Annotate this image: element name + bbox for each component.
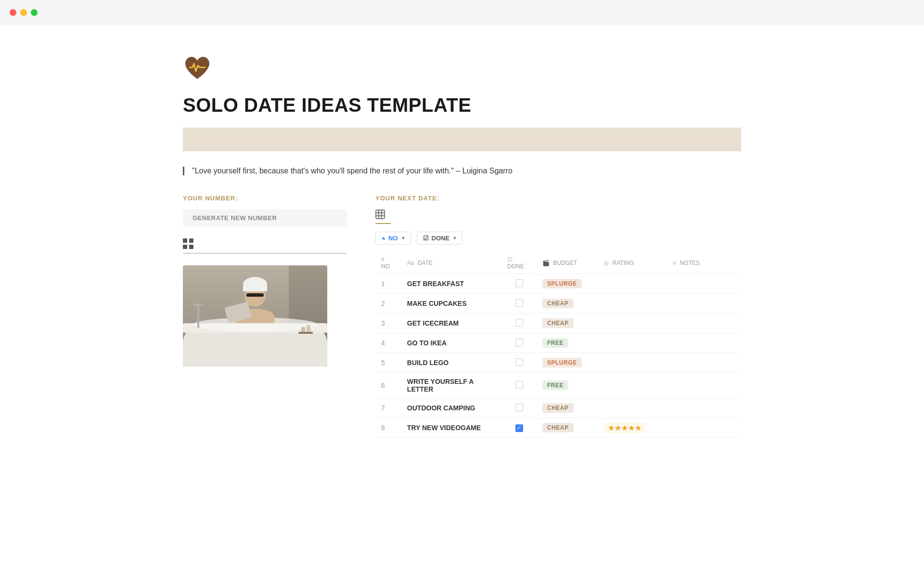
cell-date: TRY NEW VIDEOGAME [401, 418, 501, 438]
main-content: SOLO DATE IDEAS TEMPLATE "Love yourself … [125, 25, 799, 467]
cell-date: OUTDOOR CAMPING [401, 398, 501, 418]
cell-no: 7 [375, 398, 401, 418]
cell-no: 4 [375, 333, 401, 353]
sort-asc-icon [382, 237, 385, 239]
cell-no: 2 [375, 294, 401, 314]
titlebar [0, 0, 924, 25]
budget-badge: CHEAP [542, 318, 574, 328]
minimize-button[interactable] [20, 9, 27, 16]
cell-budget: FREE [537, 333, 598, 353]
cell-rating [598, 274, 667, 294]
cell-done[interactable] [501, 398, 537, 418]
cell-notes [667, 353, 741, 373]
cell-no: 3 [375, 314, 401, 333]
cell-notes [667, 373, 741, 398]
checkbox-icon: ☑ [423, 235, 429, 242]
table-row: 3 GET ICECREAM CHEAP [375, 314, 741, 333]
col-header-no: # NO [375, 252, 401, 274]
cell-budget: SPLURGE [537, 274, 598, 294]
table-view-toggle[interactable] [375, 210, 391, 224]
cell-no: 1 [375, 274, 401, 294]
cell-date: GET BREAKFAST [401, 274, 501, 294]
cell-done[interactable] [501, 314, 537, 333]
cell-notes [667, 418, 741, 438]
cell-done[interactable] [501, 294, 537, 314]
close-button[interactable] [10, 9, 16, 16]
photo-image [183, 265, 327, 367]
budget-badge: CHEAP [542, 299, 574, 308]
cell-budget: CHEAP [537, 314, 598, 333]
svg-rect-0 [376, 210, 385, 219]
budget-badge: SPLURGE [542, 358, 582, 368]
cell-rating [598, 333, 667, 353]
quote-text: "Love yourself first, because that's who… [192, 167, 513, 175]
date-ideas-table: # NO Aa DATE ☑ DONE 🎬 B [375, 252, 741, 438]
table-row: 6 WRITE YOURSELF A LETTER FREE [375, 373, 741, 398]
cell-notes [667, 398, 741, 418]
table-row: 2 MAKE CUPCAKES CHEAP [375, 294, 741, 314]
cell-rating [598, 353, 667, 373]
cell-done[interactable]: ✓ [501, 418, 537, 438]
banner [183, 128, 741, 151]
checkbox-unchecked[interactable] [515, 381, 523, 389]
checkbox-unchecked[interactable] [515, 339, 523, 346]
cell-budget: CHEAP [537, 294, 598, 314]
table-row: 5 BUILD LEGO SPLURGE [375, 353, 741, 373]
cell-rating [598, 314, 667, 333]
quote-section: "Love yourself first, because that's who… [183, 167, 741, 175]
page-icon [183, 54, 212, 83]
generate-number-button[interactable]: GENERATE NEW NUMBER [183, 210, 346, 226]
cell-done[interactable] [501, 333, 537, 353]
cell-rating [598, 373, 667, 398]
done-filter-button[interactable]: ☑ DONE ▾ [417, 232, 463, 245]
no-filter-label: NO [388, 235, 398, 242]
checkbox-unchecked[interactable] [515, 404, 523, 411]
grid-view-toggle[interactable] [183, 232, 346, 254]
cell-rating [598, 294, 667, 314]
table-row: 1 GET BREAKFAST SPLURGE [375, 274, 741, 294]
next-date-label: YOUR NEXT DATE: [375, 195, 741, 202]
cell-no: 8 [375, 418, 401, 438]
table-row: 7 OUTDOOR CAMPING CHEAP [375, 398, 741, 418]
left-column: YOUR NUMBER: GENERATE NEW NUMBER [183, 195, 346, 367]
cell-budget: CHEAP [537, 418, 598, 438]
cell-date: MAKE CUPCAKES [401, 294, 501, 314]
chevron-down-icon: ▾ [402, 235, 405, 241]
checkbox-unchecked[interactable] [515, 319, 523, 327]
checkbox-checked[interactable]: ✓ [515, 424, 523, 432]
col-header-budget: 🎬 BUDGET [537, 252, 598, 274]
number-label: YOUR NUMBER: [183, 195, 346, 202]
col-header-rating: ◎ RATING [598, 252, 667, 274]
cell-done[interactable] [501, 373, 537, 398]
chevron-down-icon-2: ▾ [453, 235, 456, 241]
cell-no: 6 [375, 373, 401, 398]
checkbox-unchecked[interactable] [515, 279, 523, 287]
table-header-row: # NO Aa DATE ☑ DONE 🎬 B [375, 252, 741, 274]
cell-notes [667, 294, 741, 314]
cell-no: 5 [375, 353, 401, 373]
page-title: SOLO DATE IDEAS TEMPLATE [183, 94, 741, 116]
cell-rating: ★★★★★ [598, 418, 667, 438]
budget-badge: FREE [542, 381, 568, 390]
no-filter-button[interactable]: NO ▾ [375, 232, 411, 245]
cell-date: BUILD LEGO [401, 353, 501, 373]
cell-budget: CHEAP [537, 398, 598, 418]
cell-date: WRITE YOURSELF A LETTER [401, 373, 501, 398]
budget-badge: FREE [542, 338, 568, 348]
budget-badge: CHEAP [542, 403, 574, 413]
cell-done[interactable] [501, 274, 537, 294]
checkbox-unchecked[interactable] [515, 299, 523, 307]
cell-done[interactable] [501, 353, 537, 373]
table-row: 4 GO TO IKEA FREE [375, 333, 741, 353]
cell-notes [667, 314, 741, 333]
table-row: 8 TRY NEW VIDEOGAME ✓ CHEAP ★★★★★ [375, 418, 741, 438]
right-column: YOUR NEXT DATE: NO ▾ ☑ [375, 195, 741, 438]
maximize-button[interactable] [31, 9, 38, 16]
table-icon [375, 210, 385, 219]
col-header-date: Aa DATE [401, 252, 501, 274]
two-column-layout: YOUR NUMBER: GENERATE NEW NUMBER [183, 195, 741, 438]
grid-icon [183, 238, 193, 249]
checkbox-unchecked[interactable] [515, 358, 523, 366]
col-header-done: ☑ DONE [501, 252, 537, 274]
budget-badge: SPLURGE [542, 279, 582, 289]
